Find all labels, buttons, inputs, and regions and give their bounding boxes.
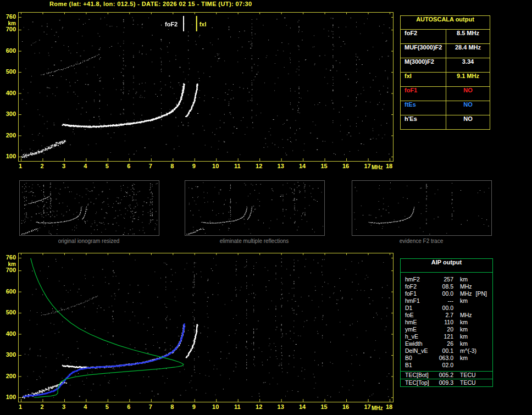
- x-tick-label: 16: [342, 163, 349, 169]
- y-tick-label: 760: [2, 254, 16, 261]
- param-label: MUF(3000)F2: [401, 44, 446, 58]
- y-tick-label: 100: [2, 153, 16, 159]
- aip-cell: MHz: [453, 283, 472, 290]
- aip-cell: 063.0: [436, 355, 453, 362]
- aip-cell: 009.3: [436, 379, 453, 386]
- autoscala-table-title: AUTOSCALA output: [401, 16, 490, 29]
- aip-cell: km: [453, 326, 468, 333]
- aip-row-TEC[Bot]: TEC[Bot]005.2TECU: [401, 371, 492, 379]
- param-value: NO: [446, 101, 490, 115]
- x-tick-label: 15: [320, 403, 327, 410]
- x-tick-label: 3: [62, 403, 65, 410]
- param-value: 8.5 MHz: [446, 30, 490, 43]
- fxi-marker-label: fxI: [199, 21, 207, 27]
- x-tick-label: 6: [127, 163, 130, 169]
- aip-cell: [468, 276, 472, 283]
- x-tick-label: 12: [256, 163, 262, 169]
- autoscala-row-foF2: foF28.5 MHz: [401, 29, 490, 43]
- y-axis-unit-label: km: [2, 261, 16, 267]
- param-label: M(3000)F2: [401, 58, 446, 72]
- aip-cell: 2.7: [436, 312, 453, 319]
- autoscala-row-foF1: foF1NO: [401, 86, 490, 101]
- x-tick-label: 7: [149, 403, 152, 410]
- aip-cell: [472, 312, 476, 319]
- aip-cell: DelN_vE: [401, 347, 436, 355]
- aip-cell: foE: [401, 312, 436, 319]
- thumbnail-f2-trace: [352, 180, 492, 236]
- aip-cell: h_vE: [401, 333, 436, 340]
- x-tick-label: 3: [62, 163, 65, 169]
- y-tick-label: 400: [2, 330, 16, 337]
- aip-cell: km: [453, 355, 468, 362]
- aip-cell: ymE: [401, 326, 436, 333]
- x-tick-label: 10: [212, 163, 219, 169]
- x-tick-label: 2: [40, 403, 43, 410]
- y-tick-label: 200: [2, 132, 16, 139]
- aip-row-B1: B102.0: [401, 362, 492, 369]
- aip-row-foF2: foF208.5MHz: [401, 283, 492, 290]
- aip-cell: foF1: [401, 290, 436, 297]
- aip-cell: ---: [436, 297, 453, 305]
- aip-row-foF1: foF100.0MHz[PN]: [401, 290, 492, 297]
- aip-row-hmF1: hmF1---km: [401, 297, 492, 305]
- aip-cell: TEC[Bot]: [401, 372, 436, 379]
- aip-cell: [460, 362, 464, 369]
- x-tick-label: 17: [364, 163, 370, 169]
- y-tick-label: 700: [2, 26, 16, 32]
- aip-table-tec-rows: TEC[Bot]005.2TECUTEC[Top]009.3TECU: [401, 371, 492, 386]
- aip-cell: B0: [401, 355, 436, 362]
- aip-cell: km: [453, 297, 468, 305]
- x-tick-label: 1: [19, 163, 22, 169]
- x-tick-label: 17: [364, 403, 370, 410]
- aip-row-h_vE: h_vE121km: [401, 333, 492, 340]
- x-tick-label: 14: [299, 403, 306, 410]
- aip-cell: 02.0: [436, 362, 453, 369]
- aip-table-rows: hmF2257kmfoF208.5MHzfoF100.0MHz[PN]hmF1-…: [401, 273, 492, 371]
- x-tick-label: 11: [234, 403, 241, 410]
- x-tick-label: 13: [278, 403, 284, 410]
- aip-cell: km: [453, 340, 468, 347]
- aip-cell: hmF1: [401, 297, 436, 305]
- x-tick-label: 12: [256, 403, 262, 410]
- autoscala-output-table: AUTOSCALA output foF28.5 MHzMUF(3000)F22…: [400, 15, 490, 130]
- param-value: 28.4 MHz: [446, 44, 490, 58]
- y-tick-label: 300: [2, 110, 16, 117]
- x-tick-label: 11: [234, 163, 241, 169]
- station-date-time-title: Rome (lat: +41.8, lon: 012.5) - DATE: 20…: [49, 1, 252, 7]
- aip-cell: km: [453, 319, 468, 326]
- aip-row-B0: B0063.0km: [401, 355, 492, 362]
- param-label: ftEs: [401, 101, 446, 115]
- y-tick-label: 400: [2, 90, 16, 96]
- aip-table-title: AIP output: [401, 259, 492, 273]
- autoscala-row-ftEs: ftEsNO: [401, 101, 490, 115]
- aip-cell: 110: [436, 319, 453, 326]
- aip-cell: 20: [436, 326, 453, 333]
- y-tick-label: 600: [2, 47, 16, 54]
- aip-cell: [468, 326, 472, 333]
- aip-cell: km: [453, 333, 468, 340]
- aip-cell: 005.2: [436, 372, 453, 379]
- aip-cell: 257: [436, 276, 453, 283]
- x-tick-label: 15: [320, 163, 327, 169]
- fof2-marker-label: foF2: [165, 21, 178, 27]
- aip-cell: [472, 283, 476, 290]
- aip-row-D1: D100.0: [401, 305, 492, 312]
- aip-cell: TECU: [453, 379, 476, 386]
- aip-row-DelN_vE: DelN_vE00.1m^(-3): [401, 347, 492, 355]
- thumbnail-caption-1: original ionogram resized: [19, 238, 158, 244]
- x-tick-label: 16: [342, 403, 349, 410]
- aip-cell: D1: [401, 305, 436, 312]
- param-label: foF1: [401, 87, 446, 101]
- aip-cell: 08.5: [436, 283, 453, 290]
- aip-cell: TEC[Top]: [401, 379, 436, 386]
- aip-row-hmE: hmE110km: [401, 319, 492, 326]
- autoscala-row-fxI: fxI9.1 MHz: [401, 72, 490, 86]
- param-label: fxI: [401, 73, 446, 86]
- param-value: NO: [446, 115, 490, 129]
- x-tick-label: 8: [170, 403, 174, 410]
- aip-row-hmF2: hmF2257km: [401, 276, 492, 283]
- aip-cell: B1: [401, 362, 436, 369]
- aip-cell: [468, 355, 472, 362]
- aip-cell: MHz: [453, 312, 472, 319]
- x-tick-label: 5: [106, 403, 109, 410]
